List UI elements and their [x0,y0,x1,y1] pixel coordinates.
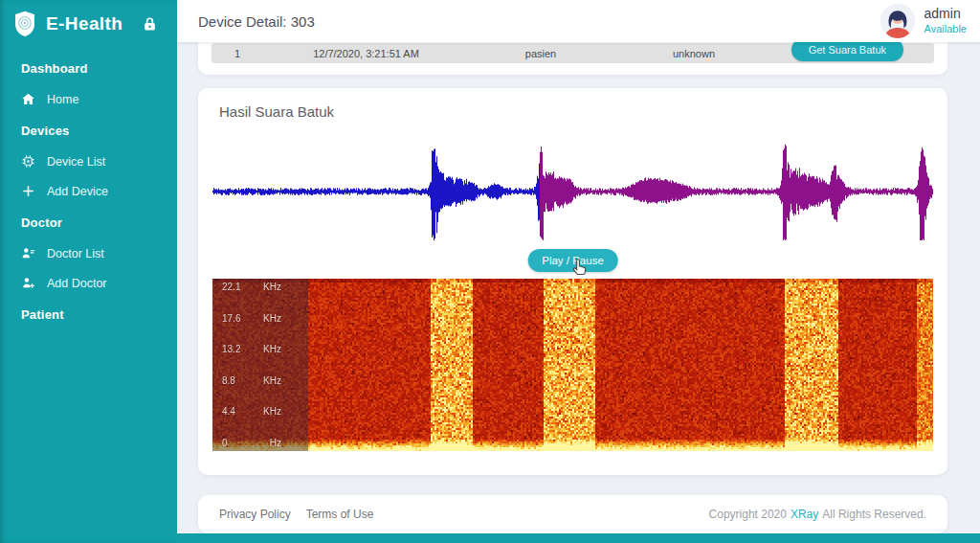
row-patient: pasien [469,48,612,59]
freq-label: 8.8KHz [222,375,281,386]
shield-logo-icon [13,11,36,37]
lock-icon [142,16,158,33]
terms-of-use-link[interactable]: Terms of Use [306,508,374,521]
copyright-suffix: All Rights Reserved. [822,508,926,521]
spectrogram-canvas [212,279,933,451]
sidebar-nav: Dashboard Home Devices Device List [0,46,177,330]
brand-name: XRay [791,508,818,521]
copyright-prefix: Copyright 2020 [709,508,787,521]
sidebar-item-label: Add Device [47,185,108,198]
panel-title: Hasil Suara Batuk [219,103,334,120]
sidebar-item-home[interactable]: Home [0,84,177,114]
top-header: Device Detail: 303 admin Available [177,0,980,42]
freq-label: 4.4KHz [222,406,281,417]
sidebar-item-add-device[interactable]: Add Device [0,176,177,206]
freq-label: 0Hz [222,438,281,448]
app-window: E-Health Dashboard Home Devices [0,0,980,543]
page-title: Device Detail: 303 [198,13,315,30]
sidebar-item-add-doctor[interactable]: Add Doctor [0,268,177,298]
freq-label: 17.6KHz [222,313,281,324]
nav-section-devices: Devices [0,114,177,147]
freq-label: 22.1KHz [222,282,281,292]
row-index: 1 [212,48,263,59]
plus-icon [21,184,35,198]
freq-label: 13.2KHz [222,344,281,354]
home-icon [21,92,35,106]
sidebar-item-label: Home [47,93,78,106]
nav-section-patient: Patient [0,298,177,330]
sidebar-item-label: Add Doctor [47,277,107,290]
sidebar-item-label: Doctor List [47,247,104,260]
row-status: unknown [612,48,775,59]
row-datetime: 12/7/2020, 3:21:51 AM [263,48,469,59]
sidebar-item-label: Device List [47,155,105,169]
chip-icon [21,154,35,169]
female-avatar [880,4,915,38]
user-meta: admin Available [924,6,967,35]
sidebar-item-device-list[interactable]: Device List [0,147,177,176]
footer: Privacy Policy Terms of Use Copyright 20… [198,495,947,533]
user-status: Available [924,23,967,36]
hasil-suara-batuk-panel: Hasil Suara Batuk Play / Pause 22.1KHz17… [198,88,947,475]
waveform-chart [212,142,933,242]
privacy-policy-link[interactable]: Privacy Policy [219,508,291,521]
app-logo: E-Health [0,0,177,46]
waveform-canvas [212,142,933,242]
user-name: admin [924,6,967,23]
copyright: Copyright 2020 XRay All Rights Reserved. [709,508,926,521]
sidebar-item-doctor-list[interactable]: Doctor List [0,238,177,268]
nav-section-doctor: Doctor [0,206,177,238]
app-title: E-Health [46,13,122,34]
user-menu[interactable]: admin Available [880,4,967,38]
device-record-card: 1 12/7/2020, 3:21:51 AM pasien unknown 0… [198,40,947,75]
footer-links: Privacy Policy Terms of Use [219,508,373,521]
sidebar: E-Health Dashboard Home Devices [0,0,177,543]
spectrogram-chart: 22.1KHz17.6KHz13.2KHz8.8KHz4.4KHz0Hz [212,279,933,451]
nav-section-dashboard: Dashboard [0,52,177,84]
doctor-list-icon [21,246,35,260]
play-pause-button[interactable]: Play / Pause [527,249,618,272]
doctor-add-icon [21,276,35,290]
